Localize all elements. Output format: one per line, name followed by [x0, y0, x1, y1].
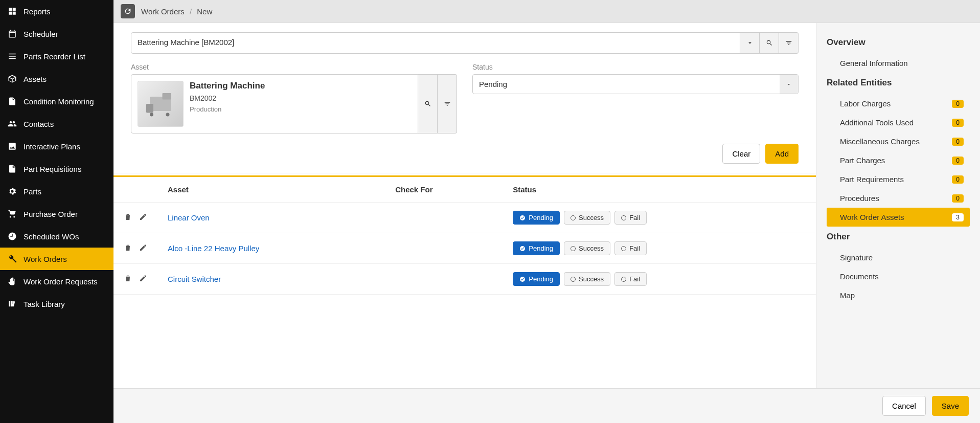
- assets-table: Asset Check For Status Linear OvenPendin…: [113, 177, 816, 295]
- other-heading: Other: [827, 232, 970, 242]
- status-success-chip[interactable]: Success: [564, 241, 610, 255]
- box-icon: [7, 74, 17, 84]
- document-icon: [7, 96, 17, 106]
- topbar: Work Orders / New: [113, 0, 980, 23]
- rp-item-label: Miscellaneous Charges: [833, 137, 920, 146]
- sidebar-item-purchase-order[interactable]: Purchase Order: [0, 203, 113, 225]
- rp-item-documents[interactable]: Documents: [827, 267, 970, 286]
- image-icon: [7, 141, 17, 151]
- wrench-icon: [7, 254, 17, 264]
- cancel-button[interactable]: Cancel: [882, 396, 926, 416]
- breadcrumb-root[interactable]: Work Orders: [141, 7, 185, 16]
- library-icon: [7, 299, 17, 309]
- edit-icon[interactable]: [139, 243, 147, 253]
- rp-item-label: Procedures: [833, 194, 879, 203]
- breadcrumb-leaf: New: [197, 7, 212, 16]
- sidebar: ReportsSchedulerParts Reorder ListAssets…: [0, 0, 113, 423]
- asset-link[interactable]: Linear Oven: [168, 213, 210, 222]
- grid-icon: [7, 6, 17, 16]
- asset-card-filter[interactable]: [438, 74, 457, 133]
- calendar-icon: [7, 29, 17, 39]
- asset-picker-search[interactable]: [760, 32, 779, 54]
- sidebar-item-scheduler[interactable]: Scheduler: [0, 23, 113, 45]
- rp-item-labor-charges[interactable]: Labor Charges0: [827, 94, 970, 113]
- status-select[interactable]: Pending: [472, 74, 799, 94]
- status-pending-chip[interactable]: Pending: [513, 272, 560, 286]
- sidebar-item-condition-monitoring[interactable]: Condition Monitoring: [0, 90, 113, 113]
- sidebar-item-contacts[interactable]: Contacts: [0, 113, 113, 135]
- cart-icon: [7, 209, 17, 219]
- rp-item-label: Part Charges: [833, 156, 885, 165]
- col-check: Check For: [385, 177, 503, 203]
- center-panel: Battering Machine [BM2002]: [113, 23, 816, 423]
- sidebar-item-work-orders[interactable]: Work Orders: [0, 248, 113, 270]
- sidebar-item-label: Interactive Plans: [24, 142, 80, 151]
- asset-field-label: Asset: [131, 63, 457, 71]
- overview-heading: Overview: [827, 37, 970, 48]
- delete-icon[interactable]: [124, 274, 132, 284]
- rp-item-count: 0: [952, 100, 964, 108]
- status-success-chip[interactable]: Success: [564, 272, 610, 286]
- svg-rect-1: [146, 104, 153, 113]
- rp-item-additional-tools-used[interactable]: Additional Tools Used0: [827, 113, 970, 132]
- asset-card: Battering Machine BM2002 Production: [131, 74, 418, 133]
- status-fail-chip[interactable]: Fail: [614, 241, 647, 255]
- footer: Cancel Save: [113, 388, 980, 423]
- table-row: Circuit SwitcherPendingSuccessFail: [113, 264, 816, 295]
- status-fail-chip[interactable]: Fail: [614, 211, 647, 225]
- rp-item-count: 3: [952, 213, 964, 221]
- rp-item-part-charges[interactable]: Part Charges0: [827, 151, 970, 170]
- status-field-label: Status: [472, 63, 799, 71]
- rp-item-count: 0: [952, 138, 964, 146]
- save-button[interactable]: Save: [932, 396, 969, 416]
- sidebar-item-scheduled-wos[interactable]: Scheduled WOs: [0, 225, 113, 248]
- list-icon: [7, 51, 17, 61]
- sidebar-item-work-order-requests[interactable]: Work Order Requests: [0, 270, 113, 293]
- asset-link[interactable]: Circuit Switcher: [168, 275, 221, 283]
- asset-card-search[interactable]: [418, 74, 438, 133]
- status-fail-chip[interactable]: Fail: [614, 272, 647, 286]
- sidebar-item-reports[interactable]: Reports: [0, 0, 113, 23]
- rp-item-procedures[interactable]: Procedures0: [827, 189, 970, 208]
- sidebar-item-label: Task Library: [24, 300, 65, 308]
- hand-icon: [7, 276, 17, 286]
- sidebar-item-part-requisitions[interactable]: Part Requisitions: [0, 158, 113, 180]
- edit-icon[interactable]: [139, 213, 147, 222]
- sidebar-item-assets[interactable]: Assets: [0, 68, 113, 90]
- right-panel: Overview General Information Related Ent…: [816, 23, 980, 423]
- delete-icon[interactable]: [124, 243, 132, 253]
- rp-item-label: Documents: [833, 272, 879, 281]
- rp-item-label: Additional Tools Used: [833, 118, 914, 127]
- sidebar-item-label: Parts Reorder List: [24, 52, 85, 61]
- rp-item-work-order-assets[interactable]: Work Order Assets3: [827, 208, 970, 227]
- asset-picker-dropdown[interactable]: [740, 32, 760, 54]
- add-button[interactable]: Add: [765, 144, 799, 164]
- asset-picker-input[interactable]: Battering Machine [BM2002]: [131, 32, 740, 54]
- svg-rect-4: [163, 93, 172, 100]
- rp-item-signature[interactable]: Signature: [827, 248, 970, 267]
- asset-picker-filter[interactable]: [779, 32, 799, 54]
- rp-general-info[interactable]: General Information: [827, 54, 970, 73]
- document-icon: [7, 164, 17, 174]
- sidebar-item-label: Scheduler: [24, 30, 58, 38]
- rp-item-label: Part Requirements: [833, 175, 904, 184]
- delete-icon[interactable]: [124, 213, 132, 222]
- rp-item-miscellaneous-charges[interactable]: Miscellaneous Charges0: [827, 132, 970, 151]
- status-success-chip[interactable]: Success: [564, 211, 610, 225]
- asset-link[interactable]: Alco -Line 22 Heavy Pulley: [168, 244, 259, 253]
- sidebar-item-parts-reorder-list[interactable]: Parts Reorder List: [0, 45, 113, 68]
- rp-item-map[interactable]: Map: [827, 286, 970, 305]
- edit-icon[interactable]: [139, 274, 147, 284]
- clear-button[interactable]: Clear: [722, 144, 760, 164]
- sidebar-item-interactive-plans[interactable]: Interactive Plans: [0, 135, 113, 158]
- svg-point-3: [166, 113, 170, 117]
- col-asset: Asset: [157, 177, 385, 203]
- status-pending-chip[interactable]: Pending: [513, 211, 560, 225]
- status-pending-chip[interactable]: Pending: [513, 241, 560, 255]
- sidebar-item-label: Work Orders: [24, 255, 67, 263]
- sidebar-item-task-library[interactable]: Task Library: [0, 293, 113, 315]
- refresh-button[interactable]: [121, 4, 135, 18]
- status-value: Pending: [473, 75, 780, 94]
- sidebar-item-parts[interactable]: Parts: [0, 180, 113, 203]
- rp-item-part-requirements[interactable]: Part Requirements0: [827, 170, 970, 189]
